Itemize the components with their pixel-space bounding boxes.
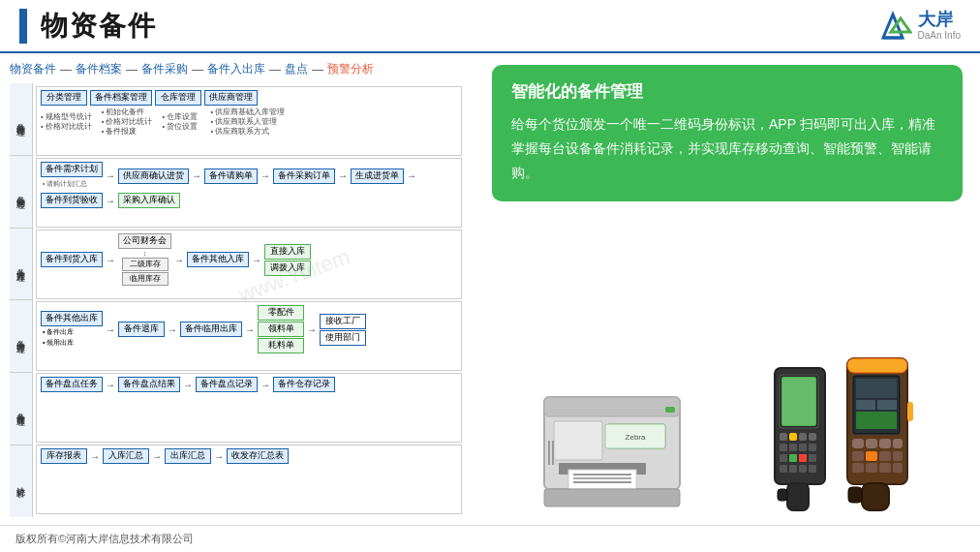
box-接收方: 接收工厂 使用部门 <box>320 314 366 346</box>
breadcrumb-current: 预警分析 <box>327 61 374 77</box>
svg-rect-36 <box>799 465 807 473</box>
svg-rect-48 <box>852 439 864 448</box>
svg-rect-24 <box>799 433 807 441</box>
svg-rect-52 <box>852 451 864 461</box>
svg-rect-54 <box>879 451 891 461</box>
main-content: 物资备件 — 备件档案 — 备件采购 — 备件入出库 — 盘点 — 预警分析 备… <box>0 53 980 525</box>
sidebar-label-1: 备件基础管理 <box>10 83 32 156</box>
svg-rect-31 <box>789 454 797 462</box>
printer-device: Zebra <box>539 387 694 513</box>
svg-rect-41 <box>847 358 907 373</box>
section-6-row: 库存报表 → 入库汇总 → 出库汇总 → 收发存汇总表 <box>41 448 457 464</box>
svg-rect-38 <box>787 483 809 510</box>
svg-rect-55 <box>893 451 903 461</box>
box-供应商管理: 供应商管理 <box>204 90 258 106</box>
left-panel: 物资备件 — 备件档案 — 备件采购 — 备件入出库 — 盘点 — 预警分析 备… <box>0 53 475 525</box>
section-2: 备件需求计划 • 请购计划汇总 → 供应商确认进货 → 备件请购单 → 备件采购… <box>36 158 462 228</box>
svg-rect-9 <box>568 470 636 489</box>
footer: 版权所有©河南大岸信息技术有限公司 <box>0 525 980 552</box>
section-3-row: 备件到货入库 → 公司财务会 ↕ 二级库存 临用库存 → 备件其他入库 → 直接… <box>41 233 457 286</box>
breadcrumb: 物资备件 — 备件档案 — 备件采购 — 备件入出库 — 盘点 — 预警分析 <box>10 61 465 77</box>
box-分类管理: 分类管理 <box>41 90 87 106</box>
box-备件其他入库: 备件其他入库 <box>187 252 249 267</box>
logo-area: 大岸 DaAn Info <box>873 9 961 44</box>
pda-devices <box>770 353 915 513</box>
svg-rect-13 <box>544 489 680 506</box>
box-备件退库: 备件退库 <box>118 322 165 337</box>
svg-rect-62 <box>907 402 913 421</box>
sidebar-label-5: 备件盘点管理 <box>10 373 32 445</box>
section-6: 库存报表 → 入库汇总 → 出库汇总 → 收发存汇总表 <box>36 445 462 514</box>
svg-rect-30 <box>780 454 787 462</box>
box-公司财务会: 公司财务会 ↕ 二级库存 临用库存 <box>118 233 171 286</box>
breadcrumb-item-1: 备件档案 <box>76 61 122 77</box>
info-card-title: 智能化的备件管理 <box>511 80 943 103</box>
svg-rect-61 <box>848 487 862 503</box>
svg-text:Zebra: Zebra <box>626 433 646 442</box>
svg-rect-26 <box>780 444 787 451</box>
svg-rect-21 <box>782 378 815 425</box>
info-card-text: 给每个货位颁发一个唯一二维码身份标识，APP 扫码即可出入库，精准掌握每台设备备… <box>511 112 943 186</box>
box-备件采购订单: 备件采购订单 <box>273 169 335 184</box>
logo-icon <box>873 9 912 44</box>
section-4: 备件其他出库 • 备件出库 • 领用出库 → 备件退库 → 备件临用出库 → 零… <box>36 301 462 371</box>
page-title: 物资备件 <box>41 8 157 45</box>
sub-list-2: • 初始化备件 • 价格对比统计 • 备件报废 <box>102 107 153 137</box>
box-仓库管理: 仓库管理 <box>155 90 201 106</box>
sidebar-label-4: 备件出库管理 <box>10 300 32 373</box>
svg-rect-32 <box>799 454 807 462</box>
box-备件盘点任务: 备件盘点任务 <box>41 377 103 392</box>
box-备件其他出库-grp: 备件其他出库 • 备件出库 • 领用出库 <box>41 311 103 348</box>
section-3: 备件到货入库 → 公司财务会 ↕ 二级库存 临用库存 → 备件其他入库 → 直接… <box>36 230 462 299</box>
section-1-top-row: 分类管理 备件档案管理 仓库管理 供应商管理 <box>41 90 457 106</box>
box-入库汇总: 入库汇总 <box>103 448 149 464</box>
section-4-row: 备件其他出库 • 备件出库 • 领用出库 → 备件退库 → 备件临用出库 → 零… <box>41 305 457 353</box>
svg-rect-39 <box>778 489 787 501</box>
svg-rect-57 <box>866 463 877 473</box>
devices-area: Zebra <box>492 217 963 513</box>
box-收发存汇总表: 收发存汇总表 <box>227 448 289 464</box>
sidebar-label-2: 备件采购管理 <box>10 156 32 229</box>
breadcrumb-item-3: 备件入出库 <box>207 61 265 77</box>
diagram-container: 备件基础管理 备件采购管理 备件入库管理 备件出库管理 备件盘点管理 统计分析 … <box>10 83 465 517</box>
svg-rect-37 <box>809 465 816 473</box>
section-5: 备件盘点任务 → 备件盘点结果 → 备件盘点记录 → 备件仓存记录 <box>36 373 462 443</box>
svg-rect-49 <box>866 439 877 448</box>
svg-rect-34 <box>780 465 787 473</box>
box-备件档案管理: 备件档案管理 <box>90 90 152 106</box>
sidebar-label-6: 统计分析 <box>10 445 32 517</box>
box-出库汇总: 出库汇总 <box>165 448 211 464</box>
breadcrumb-item-0: 物资备件 <box>10 61 56 77</box>
box-生成进货单: 生成进货单 <box>351 169 404 184</box>
info-card: 智能化的备件管理 给每个货位颁发一个唯一二维码身份标识，APP 扫码即可出入库，… <box>492 65 963 201</box>
box-到货验收: 备件到货验收 <box>41 193 103 208</box>
header: 物资备件 大岸 DaAn Info <box>0 0 980 53</box>
box-备件盘点记录: 备件盘点记录 <box>196 377 258 392</box>
box-采购入库确认: 采购入库确认 <box>118 193 180 208</box>
svg-rect-5 <box>554 421 602 460</box>
diagram-sections: 分类管理 备件档案管理 仓库管理 供应商管理 • 规格型号统计 • 价格对比统计… <box>33 83 465 517</box>
sidebar-label-3: 备件入库管理 <box>10 229 32 301</box>
section-1-sub-row: • 规格型号统计 • 价格对比统计 • 初始化备件 • 价格对比统计 • 备件报… <box>41 107 457 137</box>
header-accent-bar <box>19 9 27 44</box>
svg-rect-4 <box>544 397 680 416</box>
svg-rect-29 <box>809 444 816 451</box>
svg-rect-53 <box>866 451 877 461</box>
pda-right-svg <box>842 353 915 513</box>
svg-rect-45 <box>856 400 875 410</box>
breadcrumb-item-2: 备件采购 <box>141 61 188 77</box>
svg-rect-33 <box>809 454 816 462</box>
box-备件仓存记录: 备件仓存记录 <box>273 377 335 392</box>
svg-rect-25 <box>809 433 816 441</box>
svg-rect-47 <box>856 412 897 429</box>
box-备件盘点结果: 备件盘点结果 <box>118 377 180 392</box>
box-单据: 零配件 领料单 耗料单 <box>258 305 304 353</box>
logo-english: DaAn Info <box>918 30 961 42</box>
svg-rect-23 <box>789 433 797 441</box>
pda-left-svg <box>770 363 833 513</box>
svg-rect-59 <box>893 463 903 473</box>
printer-svg: Zebra <box>539 387 694 513</box>
footer-copyright: 版权所有©河南大岸信息技术有限公司 <box>15 532 194 546</box>
section-2-row: 备件需求计划 • 请购计划汇总 → 供应商确认进货 → 备件请购单 → 备件采购… <box>41 162 457 208</box>
svg-rect-56 <box>852 463 864 473</box>
